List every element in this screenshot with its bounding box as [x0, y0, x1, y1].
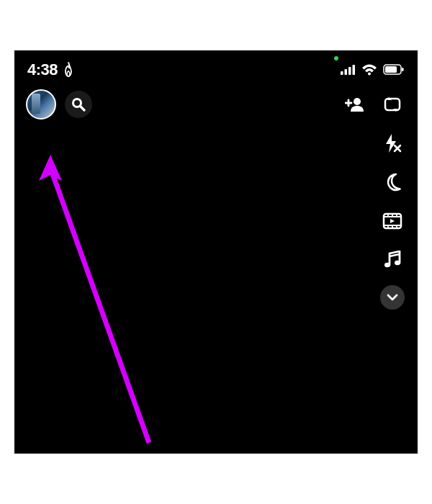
night-mode-icon: [383, 173, 402, 192]
svg-rect-0: [341, 71, 343, 75]
profile-avatar[interactable]: [26, 89, 56, 120]
wifi-icon: [361, 64, 377, 76]
top-right-controls: [341, 89, 406, 310]
svg-rect-1: [345, 69, 348, 75]
flash-off-icon: [383, 133, 402, 153]
svg-point-10: [354, 98, 361, 105]
svg-line-27: [390, 254, 400, 256]
add-friend-icon: [345, 96, 365, 113]
video-timeline-button[interactable]: [379, 207, 406, 235]
svg-point-25: [384, 263, 390, 267]
expand-tools-button[interactable]: [380, 285, 405, 310]
night-mode-button[interactable]: [379, 168, 406, 196]
svg-rect-3: [353, 65, 356, 75]
svg-rect-2: [348, 67, 351, 75]
status-bar: 4:38: [14, 50, 418, 84]
flip-camera-button[interactable]: [379, 91, 406, 118]
add-friend-button[interactable]: [341, 91, 369, 118]
svg-rect-7: [402, 68, 404, 71]
status-bar-right: [340, 64, 405, 76]
flip-camera-icon: [383, 95, 402, 114]
svg-point-26: [395, 261, 400, 265]
top-left-controls: [26, 89, 92, 120]
camera-screen: 4:38: [14, 50, 418, 454]
search-button[interactable]: [65, 91, 92, 118]
status-bar-left: 4:38: [27, 60, 75, 79]
flash-button[interactable]: [379, 130, 406, 157]
svg-line-9: [81, 107, 84, 110]
video-timeline-icon: [382, 212, 402, 230]
svg-point-8: [73, 99, 81, 107]
chevron-down-icon: [387, 294, 398, 301]
flame-icon: [62, 62, 75, 78]
svg-rect-13: [385, 99, 400, 110]
search-icon: [71, 97, 86, 112]
music-button[interactable]: [379, 246, 406, 274]
svg-point-4: [368, 73, 371, 76]
status-time: 4:38: [27, 60, 58, 79]
music-icon: [384, 251, 401, 269]
camera-tools-sidebar: [379, 89, 406, 310]
svg-rect-6: [385, 66, 397, 73]
privacy-camera-indicator: [334, 56, 338, 60]
camera-top-controls: [14, 84, 418, 315]
cellular-signal-icon: [340, 64, 356, 76]
battery-icon: [383, 64, 405, 76]
